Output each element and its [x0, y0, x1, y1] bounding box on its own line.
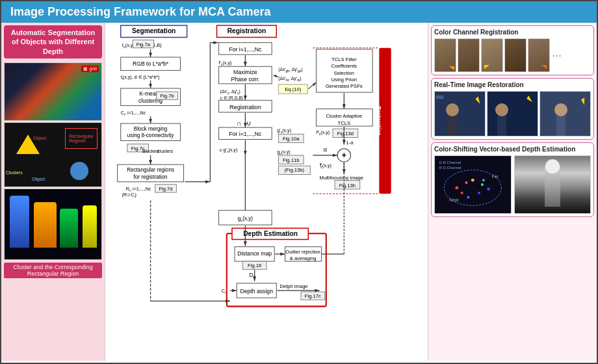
svg-text:Fig.13h: Fig.13h: [339, 183, 356, 188]
svg-text:Ri, i=1,...,Nc: Ri, i=1,...,Nc: [126, 187, 151, 192]
svg-text:f̂c(x,y): f̂c(x,y): [320, 163, 332, 169]
restoration-title: Real-Time Image Restoration: [434, 81, 591, 88]
svg-text:Fig.7d: Fig.7d: [159, 186, 172, 192]
svg-text:(R⊃Ci): (R⊃Ci): [122, 192, 136, 198]
svg-text:f'c(x,y): f'c(x,y): [219, 60, 232, 66]
color-channel-section: Color Channel Registration ···: [431, 25, 594, 75]
restoration-section: Real-Time Image Restoration 892: [431, 78, 594, 140]
svg-text:(Δx'c, Δy'c): (Δx'c, Δy'c): [220, 89, 240, 95]
left-caption: Cluster and the Corresponding Rectangula…: [4, 263, 102, 278]
color-thumb-1: [434, 38, 456, 72]
svg-text:Fig.13d: Fig.13d: [337, 131, 354, 136]
svg-text:RGB to L*a*b*: RGB to L*a*b*: [133, 60, 169, 67]
svg-text:Registration: Registration: [229, 104, 261, 110]
svg-text:Maximize: Maximize: [233, 69, 257, 75]
svg-point-132: [461, 192, 463, 194]
svg-text:For i=1,...,Nc: For i=1,...,Nc: [229, 46, 261, 53]
header: Image Processing Framework for MCA Camer…: [1, 1, 597, 23]
svg-text:Ci: Ci: [222, 289, 226, 294]
left-image-1: ▦ grid: [4, 62, 102, 121]
svg-text:Eq.(10): Eq.(10): [285, 86, 301, 92]
svg-point-134: [481, 183, 484, 186]
svg-text:for registration: for registration: [134, 174, 168, 180]
left-panel-title: Automatic Segmentation of Objects with D…: [4, 25, 102, 58]
svg-text:Segmentation: Segmentation: [132, 27, 176, 34]
left-image-2: RectangularRegions Object Clusters Objec…: [4, 122, 102, 187]
svg-text:f²c(x,y): f²c(x,y): [316, 130, 330, 136]
svg-text:Fig.10a: Fig.10a: [283, 136, 300, 142]
svg-text:Block merging: Block merging: [134, 126, 168, 132]
rest-thumb-2: [487, 91, 538, 136]
svg-text:(Δx'gb, Δy'gb): (Δx'gb, Δy'gb): [278, 67, 302, 73]
svg-text:Generated PSFs: Generated PSFs: [326, 83, 363, 89]
svg-text:Fig.16: Fig.16: [248, 263, 261, 268]
svg-text:Depth assign: Depth assign: [240, 288, 273, 294]
color-thumb-3: [481, 38, 503, 72]
svg-text:(Δx'rb, Δy'rb): (Δx'rb, Δy'rb): [278, 76, 301, 82]
svg-text:Distance map: Distance map: [237, 250, 272, 257]
svg-point-135: [478, 192, 480, 194]
middle-panel: Segmentation Registration fc(x,y), c ∈ {…: [105, 23, 428, 361]
svg-text:Outlier rejection: Outlier rejection: [285, 249, 320, 255]
depth-section: Color-Shifting Vector-based Depth Estima…: [431, 142, 594, 217]
restoration-images: 892: [434, 91, 591, 136]
svg-text:Phase corr.: Phase corr.: [231, 76, 259, 83]
svg-text:Restoration: Restoration: [376, 106, 382, 135]
svg-text:Near: Near: [449, 198, 460, 202]
svg-text:Blocked: Blocked: [142, 149, 159, 154]
svg-text:Ci, i=1,...,Nc: Ci, i=1,...,Nc: [121, 110, 146, 116]
svg-text:gc(x,y): gc(x,y): [238, 216, 254, 222]
color-thumb-4: [504, 38, 526, 72]
svg-text:clusters: clusters: [157, 149, 174, 154]
svg-text:ti(x,y), d ∈ {L*a*b*}: ti(x,y), d ∈ {L*a*b*}: [121, 75, 160, 81]
svg-text:Registration: Registration: [228, 27, 266, 34]
svg-text:For i=1,...,Nc: For i=1,...,Nc: [229, 131, 261, 137]
svg-text:gc(x,y): gc(x,y): [277, 150, 290, 155]
svg-line-48: [273, 75, 278, 77]
svg-text:∪: ∪: [246, 120, 251, 127]
svg-text:∪ g'c(x,y): ∪ g'c(x,y): [219, 148, 238, 153]
svg-text:(Fig.13b): (Fig.13b): [285, 167, 305, 173]
color-channel-images: ···: [434, 38, 591, 72]
svg-point-131: [465, 181, 468, 184]
depth-thumb-1: Far Near G-B Channel R-G Channel: [434, 155, 512, 214]
svg-text:Fig.11b: Fig.11b: [283, 157, 299, 163]
svg-text:R-G Channel: R-G Channel: [439, 166, 461, 170]
svg-text:Rectangular regions: Rectangular regions: [127, 167, 174, 173]
svg-text:Using Priori: Using Priori: [332, 77, 358, 83]
svg-text:∩: ∩: [237, 120, 241, 127]
color-channel-title: Color Channel Registration: [434, 29, 591, 36]
svg-text:+: +: [342, 151, 346, 160]
svg-point-137: [467, 196, 469, 199]
svg-point-138: [482, 179, 485, 181]
depth-images: Far Near G-B Channel R-G Channel: [434, 155, 591, 214]
rest-thumb-3: [540, 91, 591, 136]
main-container: Image Processing Framework for MCA Camer…: [0, 0, 598, 364]
right-panel: Color Channel Registration ···: [428, 23, 597, 361]
color-thumb-2: [458, 38, 480, 72]
svg-text:α: α: [324, 146, 328, 153]
svg-text:Far: Far: [492, 174, 499, 179]
svg-text:g'c(x,y): g'c(x,y): [277, 128, 291, 134]
ellipsis: ···: [551, 49, 562, 62]
svg-text:using 8-connectivity: using 8-connectivity: [127, 133, 174, 138]
svg-point-136: [487, 187, 490, 190]
svg-point-133: [471, 179, 474, 182]
svg-text:Fig.7b: Fig.7b: [160, 93, 174, 99]
left-image-3: [4, 188, 102, 260]
svg-text:1-α: 1-α: [346, 140, 354, 146]
header-title: Image Processing Framework for MCA Camer…: [10, 5, 270, 18]
color-thumb-5: [528, 38, 550, 72]
svg-text:Fig.7a: Fig.7a: [136, 42, 151, 47]
depth-title: Color-Shifting Vector-based Depth Estima…: [434, 146, 591, 153]
svg-text:Coefficients: Coefficients: [331, 63, 357, 69]
svg-text:G-B Channel: G-B Channel: [439, 161, 461, 164]
left-panel: Automatic Segmentation of Objects with D…: [1, 23, 105, 361]
svg-line-55: [308, 83, 316, 89]
svg-text:Cluster Adaptive: Cluster Adaptive: [326, 113, 363, 119]
svg-text:Depth Estimation: Depth Estimation: [243, 230, 298, 237]
svg-text:Detph image: Detph image: [280, 283, 307, 289]
svg-text:Fig.17c: Fig.17c: [305, 293, 321, 299]
svg-point-130: [455, 186, 458, 189]
depth-thumb-2: [514, 155, 592, 214]
